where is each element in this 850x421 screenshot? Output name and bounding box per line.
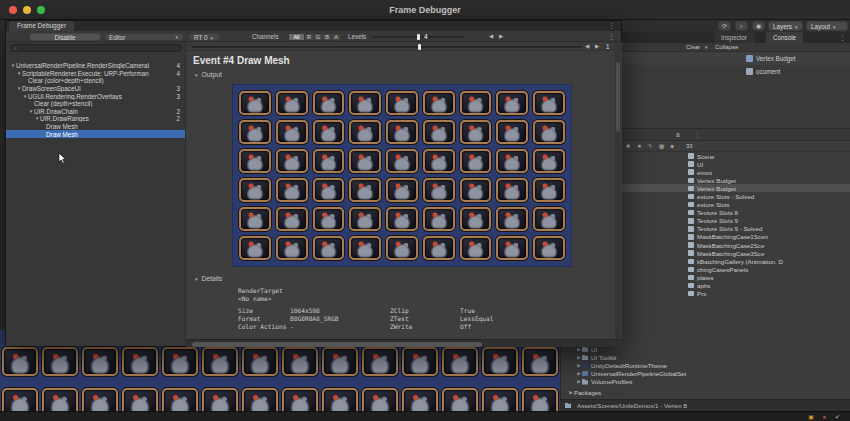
tab-inspector[interactable]: Inspector [714, 32, 754, 43]
filter-icon[interactable]: ◈ [670, 141, 674, 152]
panel-menu-icon[interactable]: ⋮ [608, 21, 615, 31]
frame-event-row[interactable]: ▼UIR.DrawRanges2 [6, 115, 185, 123]
console-entry[interactable]: ocument [622, 65, 850, 78]
details-foldout[interactable]: ▼Details [194, 275, 222, 282]
levels-slider-thumb[interactable] [417, 34, 420, 40]
channel-button-a[interactable]: A [332, 33, 341, 41]
chevron-right-icon[interactable]: ▶ [576, 379, 582, 384]
collapse-button[interactable]: Collapse [715, 43, 738, 52]
sprite-tile [239, 91, 271, 115]
render-target-dropdown[interactable]: RT 0▼ [189, 33, 220, 41]
scrollbar-thumb[interactable] [616, 62, 620, 132]
next-event-button[interactable]: ▶ [499, 31, 503, 42]
search-icon[interactable]: ⌕ [735, 21, 748, 31]
project-item[interactable]: UI [622, 160, 850, 168]
project-item[interactable]: Texture Slots 8 [622, 209, 850, 217]
chevron-right-icon[interactable]: ▶ [576, 347, 582, 352]
sprite-tile [313, 178, 345, 202]
channel-button-all[interactable]: All [288, 33, 305, 41]
console-entry[interactable]: Vertex Budget [622, 52, 850, 65]
sprite-tile [276, 91, 308, 115]
frame-event-row[interactable]: Clear (depth+stencil) [6, 100, 185, 108]
star-icon[interactable]: ★ [637, 141, 642, 152]
frame-event-row[interactable]: ▼UIR.DrawChain2 [6, 108, 185, 116]
grid-icon[interactable]: ▦ [659, 141, 664, 152]
event-scrubber-thumb[interactable] [418, 44, 421, 50]
horizontal-scrollbar[interactable] [186, 339, 622, 347]
previous-event-button[interactable]: ◀ [585, 42, 589, 51]
history-icon[interactable]: ⟳ [718, 21, 731, 31]
sprite-tile [349, 91, 381, 115]
alert-icon[interactable]: ● [822, 412, 826, 421]
event-scrubber[interactable] [192, 46, 582, 48]
frame-event-row[interactable]: ▼UniversalRenderPipeline.RenderSingleCam… [6, 62, 185, 70]
frame-event-row[interactable]: ▼UGUI.Rendering.RenderOverlays3 [6, 92, 185, 100]
output-foldout[interactable]: ▼Output [194, 71, 222, 78]
frame-event-row[interactable]: Draw Mesh [6, 130, 185, 138]
target-dropdown[interactable]: Editor▼ [104, 33, 184, 41]
window-titlebar[interactable]: Frame Debugger [0, 0, 850, 20]
project-item[interactable]: ▶VolumeProfiles [561, 378, 850, 386]
previous-event-button[interactable]: ◀ [489, 31, 493, 42]
project-item[interactable]: Vertex Budget [622, 176, 850, 184]
next-event-button[interactable]: ▶ [595, 42, 599, 51]
disable-button[interactable]: Disable [29, 33, 101, 41]
folder-icon [582, 346, 588, 352]
detail-value: - [290, 323, 390, 331]
sprite-tile [276, 236, 308, 260]
panel-menu-icon[interactable]: ⋮ [608, 31, 615, 42]
frame-event-row[interactable]: ▼ScriptableRenderer.Execute: URP-Perform… [6, 70, 185, 78]
levels-label: Levels [348, 31, 366, 42]
panel-menu-icon[interactable]: ⋮ [694, 129, 701, 141]
project-item[interactable]: MaskBatchingCase1Scen [622, 233, 850, 241]
project-item[interactable]: MaskBatchingCase3Sce [622, 249, 850, 257]
project-item[interactable]: emos [622, 168, 850, 176]
channel-button-b[interactable]: B [323, 33, 332, 41]
tab-console[interactable]: Console [766, 32, 803, 43]
project-item[interactable]: ▶UI Toolkit [561, 353, 850, 361]
layout-dropdown[interactable]: Layout▼ [806, 21, 848, 31]
frame-event-row[interactable]: ▼DrawScreenSpaceUI3 [6, 85, 185, 93]
edit-icon[interactable]: ✎ [648, 141, 653, 152]
panel-menu-icon[interactable]: ⋮ [839, 32, 846, 43]
project-item[interactable]: chingCasesPanels [622, 265, 850, 273]
project-item[interactable]: kBatchingGallery (Animation, D [622, 257, 850, 265]
add-icon[interactable]: ✚ [626, 141, 631, 152]
account-icon[interactable]: ◉ [752, 21, 765, 31]
project-item[interactable]: Vertex Budget [622, 184, 850, 192]
gameview-sprite-row [2, 347, 558, 376]
tab-frame-debugger[interactable]: Frame Debugger [9, 21, 74, 31]
project-item[interactable]: exture Slots [622, 201, 850, 209]
project-item[interactable]: MaskBatchingCase2Sce [622, 241, 850, 249]
console-entry-label: Vertex Budget [756, 55, 796, 62]
channel-button-r[interactable]: R [305, 33, 314, 41]
project-item[interactable]: plates [622, 273, 850, 281]
bake-icon[interactable]: ▣ [808, 412, 814, 421]
project-item[interactable]: Prs [622, 290, 850, 298]
sprite-tile [386, 149, 418, 173]
detail-row: Size1064x598ZClipTrue [238, 307, 614, 315]
lock-icon[interactable]: a [676, 129, 680, 141]
detail-value: LessEqual [460, 315, 614, 323]
scrollbar-thumb[interactable] [192, 342, 482, 347]
editor-status-strip: ▣ ● ✔ [0, 411, 850, 421]
frame-event-row[interactable]: Clear (color+depth+stencil) [6, 77, 185, 85]
frame-event-row[interactable]: Draw Mesh [6, 123, 185, 131]
project-item[interactable]: exture Slots - Solved [622, 192, 850, 200]
project-item[interactable]: Texture Slots 9 [622, 217, 850, 225]
chevron-right-icon[interactable]: ▶ [576, 355, 582, 360]
project-item[interactable]: aphs [622, 282, 850, 290]
activity-check-icon[interactable]: ✔ [835, 412, 840, 421]
channel-button-g[interactable]: G [314, 33, 323, 41]
vertical-scrollbar[interactable] [615, 42, 621, 339]
project-item[interactable]: Texture Slots 9 - Solved [622, 225, 850, 233]
detail-key: ZClip [390, 307, 460, 315]
search-input[interactable]: ⌕ [10, 44, 182, 52]
packages-row[interactable]: ▶ Packages [561, 388, 850, 396]
project-item[interactable]: ▶UniversalRenderPipelineGlobalSet [561, 370, 850, 378]
clear-button[interactable]: Clear ▼ [686, 43, 708, 52]
project-item[interactable]: ▶UnityDefaultRuntimeTheme [561, 361, 850, 369]
sprite-tile [276, 120, 308, 144]
layers-dropdown[interactable]: Layers▼ [768, 21, 803, 31]
project-item[interactable]: Scene [622, 152, 850, 160]
